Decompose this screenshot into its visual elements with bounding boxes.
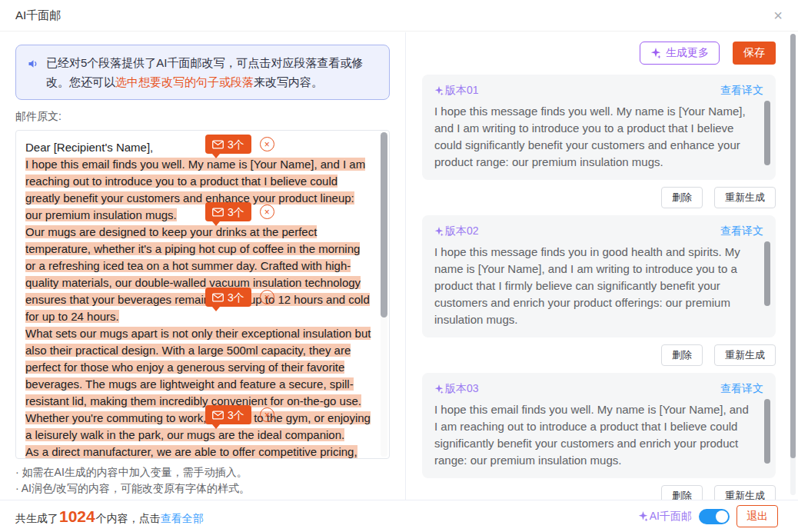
version-title: 版本02 xyxy=(434,224,479,238)
version-title-label: 版本03 xyxy=(445,382,479,396)
sparkle-icon xyxy=(638,511,648,521)
ai-feature-label-text: AI千面邮 xyxy=(650,510,692,524)
rewrite-count-badge[interactable]: 3个 xyxy=(205,135,251,154)
email-paragraph-1[interactable]: I hope this email finds you well. My nam… xyxy=(25,158,365,221)
version-content: I hope this message finds you in good he… xyxy=(434,244,763,328)
rewrite-badge-group-1: 3个 × xyxy=(205,135,274,154)
sparkle-icon xyxy=(434,86,444,95)
view-translation-link[interactable]: 查看译文 xyxy=(720,382,763,396)
view-all-link[interactable]: 查看全部 xyxy=(161,512,204,526)
hint-note-1: · 如需在AI生成的内容中加入变量，需手动插入。 xyxy=(15,464,390,480)
rewrite-count-label: 3个 xyxy=(228,204,244,221)
email-salutation: Dear [Recipient's Name], xyxy=(25,139,372,156)
version-card-3: 版本03 查看译文 I hope this email finds you we… xyxy=(422,373,776,478)
summary-prefix: 共生成了 xyxy=(15,512,58,526)
dialog-title: AI千面邮 xyxy=(15,8,61,23)
generation-summary: 共生成了1024个内容，点击查看全部 xyxy=(15,507,204,526)
summary-middle: 个内容，点击 xyxy=(96,512,161,526)
save-button[interactable]: 保存 xyxy=(733,42,776,65)
envelope-icon xyxy=(212,140,224,149)
ai-feature-label: AI千面邮 xyxy=(638,510,692,524)
footer-controls: AI千面邮 退出 xyxy=(638,505,778,527)
panel-scrollbar[interactable] xyxy=(790,34,796,495)
hint-notes: · 如需在AI生成的内容中加入变量，需手动插入。 · AI润色/改写的内容，可能… xyxy=(15,464,390,497)
regenerate-button[interactable]: 重新生成 xyxy=(714,344,776,366)
rewrite-badge-group-2: 3个 × xyxy=(205,202,274,221)
dialog-footer: 共生成了1024个内容，点击查看全部 AI千面邮 退出 xyxy=(0,500,798,532)
dismiss-badge-icon[interactable]: × xyxy=(260,290,274,304)
version-title: 版本03 xyxy=(434,382,479,396)
dismiss-badge-icon[interactable]: × xyxy=(260,204,274,219)
notice-banner: 已经对5个段落提供了AI千面邮改写，可点击对应段落查看或修改。您还可以选中想要改… xyxy=(15,45,390,100)
rewrite-count-badge[interactable]: 3个 xyxy=(205,288,251,307)
panel-actions: 生成更多 保存 xyxy=(422,42,776,65)
original-email-label: 邮件原文: xyxy=(15,110,390,124)
generate-more-button[interactable]: 生成更多 xyxy=(640,42,720,65)
save-label: 保存 xyxy=(743,46,765,60)
card-scrollbar-thumb[interactable] xyxy=(764,241,770,306)
notice-text-after: 来改写内容。 xyxy=(254,75,323,88)
panel-scrollbar-thumb[interactable] xyxy=(790,34,796,458)
textarea-scrollbar-thumb[interactable] xyxy=(381,132,387,318)
view-translation-link[interactable]: 查看译文 xyxy=(720,224,763,238)
rewrite-count-label: 3个 xyxy=(228,289,244,306)
generated-versions-panel: 生成更多 保存 版本01 查看译文 I hope this message fi… xyxy=(407,32,798,500)
version-card-2: 版本02 查看译文 I hope this message finds you … xyxy=(422,215,776,337)
delete-button[interactable]: 删除 xyxy=(661,187,703,208)
textarea-scrollbar[interactable] xyxy=(381,132,387,457)
rewrite-badge-group-3: 3个 × xyxy=(205,288,274,307)
sparkle-icon xyxy=(434,227,444,236)
email-paragraph-4[interactable]: As a direct manufacturer, we are able to… xyxy=(25,445,361,459)
sparkle-icon xyxy=(650,48,661,58)
envelope-icon xyxy=(212,411,224,420)
rewrite-count-badge[interactable]: 3个 xyxy=(205,405,251,424)
card-scrollbar-thumb[interactable] xyxy=(764,399,770,464)
hint-note-2: · AI润色/改写的内容，可能改变原有字体的样式。 xyxy=(15,480,390,497)
rewrite-badge-group-4: 3个 × xyxy=(205,405,274,424)
email-original-textarea[interactable]: Dear [Recipient's Name], I hope this ema… xyxy=(15,130,390,459)
version-card-actions-1: 删除 重新生成 xyxy=(422,187,776,208)
rewrite-count-label: 3个 xyxy=(228,136,244,153)
original-email-panel: 已经对5个段落提供了AI千面邮改写，可点击对应段落查看或修改。您还可以选中想要改… xyxy=(0,32,406,500)
generate-more-label: 生成更多 xyxy=(666,46,709,60)
rewrite-count-badge[interactable]: 3个 xyxy=(205,202,251,221)
dismiss-badge-icon[interactable]: × xyxy=(260,407,274,422)
dismiss-badge-icon[interactable]: × xyxy=(260,137,274,151)
sparkle-icon xyxy=(434,384,444,394)
notice-highlight-text: 选中想要改写的句子或段落 xyxy=(115,75,254,88)
regenerate-button[interactable]: 重新生成 xyxy=(714,187,776,208)
ai-feature-toggle[interactable] xyxy=(699,509,730,524)
exit-button[interactable]: 退出 xyxy=(736,505,778,527)
email-paragraph-2[interactable]: Our mugs are designed to keep your drink… xyxy=(25,225,370,323)
version-title-label: 版本02 xyxy=(445,224,479,238)
announcement-speaker-icon xyxy=(27,56,40,75)
version-card-actions-2: 删除 重新生成 xyxy=(422,344,776,366)
delete-button[interactable]: 删除 xyxy=(661,344,703,366)
rewrite-count-label: 3个 xyxy=(228,407,244,424)
generated-count: 1024 xyxy=(59,507,95,526)
view-translation-link[interactable]: 查看译文 xyxy=(720,84,763,98)
dialog-header: AI千面邮 × xyxy=(0,0,798,32)
version-title: 版本01 xyxy=(434,84,479,98)
email-paragraph-3[interactable]: What sets our mugs apart is not only the… xyxy=(25,327,371,441)
version-title-label: 版本01 xyxy=(445,84,479,98)
card-scrollbar-thumb[interactable] xyxy=(764,101,770,165)
notice-text: 已经对5个段落提供了AI千面邮改写，可点击对应段落查看或修改。您还可以选中想要改… xyxy=(46,53,380,91)
close-icon[interactable]: × xyxy=(773,8,783,23)
version-content: I hope this email finds you well. My nam… xyxy=(434,401,763,469)
envelope-icon xyxy=(212,208,224,217)
version-card-1: 版本01 查看译文 I hope this message finds you … xyxy=(422,75,776,180)
exit-label: 退出 xyxy=(746,510,768,524)
envelope-icon xyxy=(212,293,224,302)
toggle-knob xyxy=(716,510,728,523)
version-content: I hope this message finds you well. My n… xyxy=(434,103,763,171)
